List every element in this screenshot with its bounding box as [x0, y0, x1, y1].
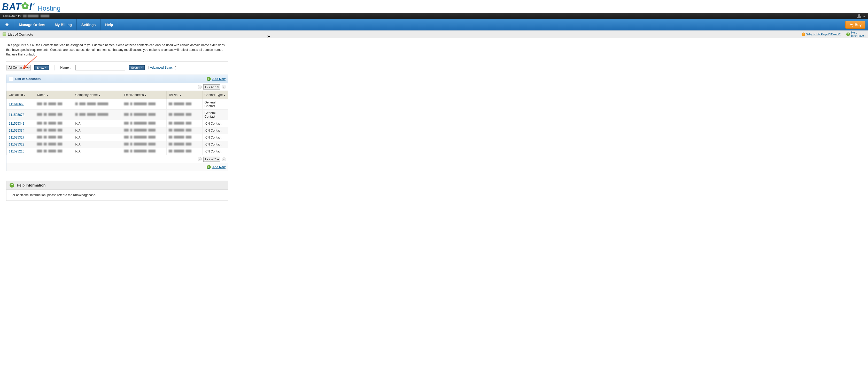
table-row: 111595678General Contact — [7, 110, 228, 120]
col-company[interactable]: Company Name▲ — [73, 91, 122, 99]
buy-button[interactable]: Buy — [845, 21, 865, 29]
cell-name — [35, 134, 73, 141]
navbar: Manage Orders My Billing Settings Help B… — [0, 19, 868, 30]
show-button[interactable]: Show▸ — [34, 65, 49, 70]
contact-id-link[interactable]: 111595678 — [9, 113, 24, 117]
contact-id-link[interactable]: 111595341 — [9, 122, 24, 126]
cell-email — [122, 110, 166, 120]
admin-bar: Admin Area for — [0, 13, 868, 19]
user-menu[interactable] — [857, 14, 865, 18]
contact-id-link[interactable]: 111595215 — [9, 150, 24, 153]
contact-id-link[interactable]: 111595323 — [9, 143, 24, 146]
pager-prev[interactable]: ◂ — [197, 157, 202, 161]
chevron-down-icon — [863, 16, 865, 18]
add-new-top[interactable]: + Add New — [207, 77, 225, 81]
cell-company — [73, 99, 122, 110]
cell-type: .CN Contact — [202, 141, 228, 148]
plus-icon: + — [207, 165, 211, 169]
why-different-text: Why is this Page Different? — [807, 33, 841, 36]
help-icon: ? — [9, 183, 14, 187]
col-tel[interactable]: Tel No.▲ — [167, 91, 202, 99]
col-name[interactable]: Name▲ — [35, 91, 73, 99]
why-different-link[interactable]: ! Why is this Page Different? — [802, 33, 841, 36]
cell-company: N/A — [73, 134, 122, 141]
add-new-bottom[interactable]: + Add New — [207, 165, 225, 169]
logo-bar: BAT✿I® Hosting — [0, 0, 868, 13]
cell-tel — [167, 120, 202, 127]
cell-name — [35, 120, 73, 127]
sort-asc-icon: ▲ — [46, 94, 48, 97]
brand-suffix: Hosting — [38, 4, 60, 12]
pager-prev[interactable]: ◂ — [197, 85, 202, 89]
add-new-label: Add New — [212, 77, 225, 81]
cell-type: General Contact — [202, 110, 228, 120]
cell-email — [122, 127, 166, 134]
divider — [55, 65, 55, 70]
main-content: This page lists out all the Contacts tha… — [0, 38, 235, 205]
table-row: 111595215N/A.CN Contact — [7, 148, 228, 155]
panel-title: List of Contacts — [15, 77, 40, 81]
col-email[interactable]: Email Address▲ — [122, 91, 166, 99]
col-contact-id[interactable]: Contact Id▲ — [7, 91, 35, 99]
table-row: 111648663General Contact — [7, 99, 228, 110]
cell-type: General Contact — [202, 99, 228, 110]
table-row: 111595341N/A.CN Contact — [7, 120, 228, 127]
help-info-link[interactable]: ? Help Information — [846, 31, 865, 37]
annotation-arrow — [18, 55, 41, 73]
buy-label: Buy — [855, 23, 862, 27]
contacts-panel: List of Contacts + Add New ◂ 1 - 7 of 7 … — [6, 75, 228, 171]
cell-type: .CN Contact — [202, 134, 228, 141]
pager-top: ◂ 1 - 7 of 7 ▸ — [6, 83, 228, 91]
contacts-table: Contact Id▲ Name▲ Company Name▲ Email Ad… — [6, 91, 228, 155]
nav-my-billing[interactable]: My Billing — [50, 19, 77, 30]
search-button[interactable]: Search▸ — [129, 65, 145, 70]
cart-icon — [849, 23, 853, 27]
cell-name — [35, 127, 73, 134]
contact-id-link[interactable]: 111595334 — [9, 129, 24, 132]
page-description: This page lists out all the Contacts tha… — [6, 43, 228, 57]
cell-company: N/A — [73, 148, 122, 155]
contact-id-link[interactable]: 111648663 — [9, 102, 24, 106]
pager-next[interactable]: ▸ — [222, 157, 226, 161]
info-icon: ! — [802, 33, 805, 36]
help-info-text-2: Information — [851, 34, 865, 37]
admin-area-label: Admin Area for — [3, 14, 22, 17]
table-row: 111595323N/A.CN Contact — [7, 141, 228, 148]
cell-tel — [167, 148, 202, 155]
advanced-search-wrap: [ Advanced Search ] — [148, 66, 176, 69]
cell-email — [122, 99, 166, 110]
contact-type-filter[interactable]: All Contacts — [6, 65, 31, 70]
sort-asc-icon: ▲ — [145, 94, 147, 97]
brand-logo: BAT✿I® — [2, 2, 35, 12]
pager-select-bottom[interactable]: 1 - 7 of 7 — [203, 156, 220, 162]
nav-help[interactable]: Help — [100, 19, 118, 30]
filters: All Contacts Show▸ Name : Search▸ [ Adva… — [6, 65, 228, 70]
cell-tel — [167, 134, 202, 141]
arrow-right-icon: ▸ — [141, 66, 142, 69]
show-label: Show — [37, 66, 44, 69]
sort-asc-icon: ▲ — [24, 94, 26, 97]
cell-name — [35, 141, 73, 148]
cell-company — [73, 110, 122, 120]
cell-tel — [167, 127, 202, 134]
pager-bottom: ◂ 1 - 7 of 7 ▸ — [6, 155, 228, 163]
name-label: Name : — [60, 66, 71, 69]
nav-manage-orders[interactable]: Manage Orders — [14, 19, 50, 30]
col-type[interactable]: Contact Type▲ — [202, 91, 228, 99]
pager-next[interactable]: ▸ — [222, 85, 226, 89]
cell-company: N/A — [73, 141, 122, 148]
cell-name — [35, 148, 73, 155]
name-input[interactable] — [75, 65, 125, 70]
pager-select-top[interactable]: 1 - 7 of 7 — [203, 84, 220, 90]
plus-icon: + — [207, 77, 211, 81]
contact-id-link[interactable]: 111595327 — [9, 136, 24, 139]
page-header: List of Contacts ! Why is this Page Diff… — [0, 30, 868, 38]
cell-name — [35, 99, 73, 110]
help-title: Help Information — [17, 183, 45, 187]
advanced-search-link[interactable]: Advanced Search — [150, 66, 175, 69]
cell-tel — [167, 141, 202, 148]
cell-type: .CN Contact — [202, 127, 228, 134]
page-title: List of Contacts — [8, 33, 33, 36]
nav-settings[interactable]: Settings — [77, 19, 100, 30]
nav-home[interactable] — [0, 19, 14, 30]
